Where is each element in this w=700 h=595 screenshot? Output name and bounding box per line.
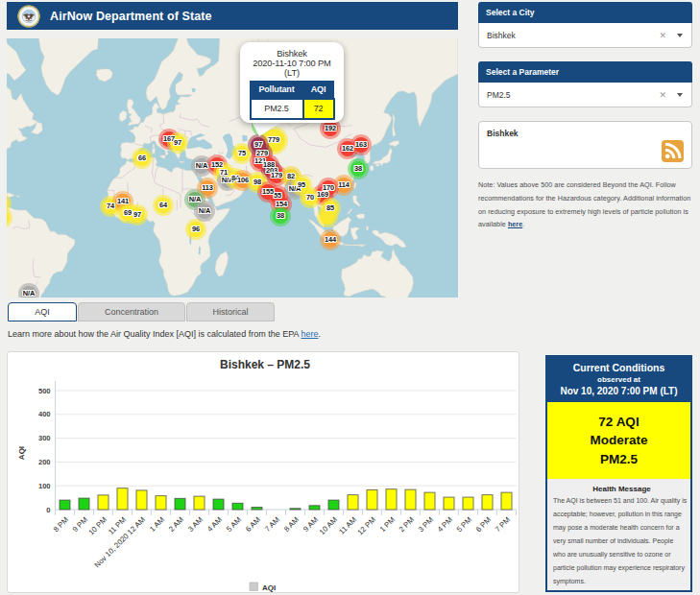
aqi-marker-label: 141 [117, 198, 129, 204]
svg-text:11 AM: 11 AM [337, 515, 358, 536]
parameter-select[interactable]: PM2.5 ✕ [478, 83, 692, 107]
map-popup: Bishkek 2020-11-10 7:00 PM (LT) Pollutan… [240, 42, 344, 123]
aqi-marker-label: 38 [277, 212, 284, 219]
current-aqi-box: 72 AQI Moderate PM2.5 [547, 402, 690, 479]
svg-text:2 PM: 2 PM [398, 515, 416, 534]
city-select[interactable]: Bishkek ✕ [478, 23, 692, 48]
current-conditions-header: Current Conditions observed at Nov 10, 2… [547, 357, 690, 402]
app-title: AirNow Department of State [50, 10, 212, 23]
health-message-section: Health Message The AQI is between 51 and… [547, 479, 690, 588]
aqi-marker-label: 74 [107, 202, 114, 209]
sidebar-note: Note: Values above 500 are considered Be… [478, 178, 695, 231]
aqi-marker-label: 70 [306, 194, 314, 201]
note-here-link[interactable]: here [508, 220, 522, 228]
app-header: AirNow Department of State [7, 2, 458, 30]
world-map-graphic [7, 38, 458, 298]
svg-text:100: 100 [38, 482, 51, 490]
aqi-marker-label: 38 [354, 165, 362, 172]
world-aqi-map[interactable]: 56N/A66167977414197696496N/A15271113N/A8… [7, 38, 458, 298]
aqi-marker-label: 162 [342, 145, 353, 152]
svg-text:8 PM: 8 PM [52, 515, 70, 534]
svg-text:500: 500 [38, 387, 51, 395]
aqi-marker-label: 95 [298, 181, 305, 188]
health-message-title: Health Message [553, 485, 690, 493]
popup-col-pollutant: Pollutant [251, 81, 303, 99]
aqi-marker-label: 179 [271, 172, 282, 178]
aqi-marker-label: N/A [23, 290, 35, 297]
aqi-marker-label: 98 [253, 178, 261, 185]
svg-text:12 PM: 12 PM [356, 515, 377, 536]
aqi-marker-label: 154 [276, 201, 287, 207]
city-select-value: Bishkek [487, 31, 659, 40]
aqi-marker-label: 55 [274, 192, 281, 199]
parameter-select-label: Select a Parameter [478, 61, 692, 83]
aqi-marker-label: 66 [138, 155, 146, 161]
aqi-marker-label: N/A [189, 196, 201, 202]
svg-text:5 AM: 5 AM [225, 515, 243, 534]
popup-city: Bishkek [240, 49, 344, 59]
aqi-marker-label: 75 [238, 150, 246, 156]
aqi-marker-label: 163 [355, 141, 367, 148]
svg-text:Bishkek – PM2.5: Bishkek – PM2.5 [220, 358, 310, 371]
popup-timezone: (LT) [240, 68, 344, 78]
parameter-clear-icon[interactable]: ✕ [659, 90, 666, 100]
aqi-marker-label: 97 [254, 141, 262, 148]
popup-col-aqi: AQI [303, 81, 334, 99]
tab-historical[interactable]: Historical [186, 302, 275, 321]
svg-text:2 AM: 2 AM [167, 515, 185, 534]
svg-text:10 AM: 10 AM [318, 515, 339, 536]
learn-more-body: Learn more about how the Air Quality Ind… [8, 329, 302, 339]
svg-text:4 AM: 4 AM [205, 515, 224, 534]
parameter-caret-icon[interactable] [677, 93, 683, 97]
popup-datetime: 2020-11-10 7:00 PM [240, 59, 344, 68]
svg-text:7 AM: 7 AM [263, 515, 281, 534]
parameter-select-group: Select a Parameter PM2.5 ✕ [478, 61, 692, 107]
observed-at-label: observed at [549, 375, 688, 384]
note-suffix: . [522, 220, 524, 228]
aqi-marker-label: 97 [133, 211, 141, 218]
aqi-marker-label: N/A [196, 162, 207, 169]
map-popup-tail [251, 122, 287, 136]
aqi-marker-label: 169 [317, 191, 328, 198]
aqi-marker-label: 114 [338, 181, 350, 188]
city-select-label: Select a City [478, 2, 692, 23]
rss-icon[interactable] [662, 140, 684, 162]
aqi-marker-label: 64 [159, 202, 167, 208]
svg-text:4 PM: 4 PM [436, 515, 454, 534]
aqi-marker-label: 144 [325, 236, 336, 243]
learn-more-text: Learn more about how the Air Quality Ind… [8, 329, 321, 339]
current-aqi-value: 72 AQI [547, 413, 690, 431]
city-caret-icon[interactable] [677, 34, 683, 37]
city-select-group: Select a City Bishkek ✕ [478, 2, 692, 48]
popup-pollutant-value: PM2.5 [251, 99, 303, 119]
observed-time: Nov 10, 2020 7:00 PM (LT) [549, 386, 688, 396]
svg-text:AQI: AQI [17, 446, 26, 460]
aqi-marker-label: 113 [202, 184, 213, 191]
city-clear-icon[interactable]: ✕ [659, 31, 666, 40]
svg-text:AQI: AQI [262, 583, 276, 592]
popup-aqi-value: 72 [303, 99, 334, 119]
feed-city-title: Bishkek [487, 129, 691, 138]
learn-more-suffix: . [319, 329, 322, 339]
tab-concentration[interactable]: Concentration [78, 302, 185, 321]
svg-text:200: 200 [38, 458, 51, 466]
svg-text:1 AM: 1 AM [148, 515, 166, 534]
svg-text:3 AM: 3 AM [186, 515, 205, 534]
aqi-marker-label: 192 [325, 125, 336, 131]
aqi-chart-panel: Bishkek – PM2.50100200300400500AQI8 PM9 … [7, 351, 519, 593]
aqi-marker-label: 82 [287, 173, 295, 179]
svg-text:5 PM: 5 PM [455, 515, 473, 534]
learn-more-here-link[interactable]: here [302, 329, 319, 339]
current-conditions-panel: Current Conditions observed at Nov 10, 2… [545, 355, 692, 592]
svg-text:6 AM: 6 AM [244, 515, 262, 534]
department-of-state-seal-icon [17, 5, 40, 28]
svg-text:1 PM: 1 PM [378, 515, 397, 534]
aqi-marker-label: 106 [237, 177, 249, 183]
current-aqi-category: Moderate [547, 431, 690, 449]
svg-text:8 AM: 8 AM [282, 515, 301, 534]
tab-aqi[interactable]: AQI [8, 302, 77, 321]
aqi-bar-chart[interactable]: Bishkek – PM2.50100200300400500AQI8 PM9 … [8, 352, 519, 592]
svg-text:0: 0 [46, 506, 50, 514]
current-aqi-parameter: PM2.5 [547, 450, 690, 468]
feed-box: Bishkek [478, 121, 692, 169]
